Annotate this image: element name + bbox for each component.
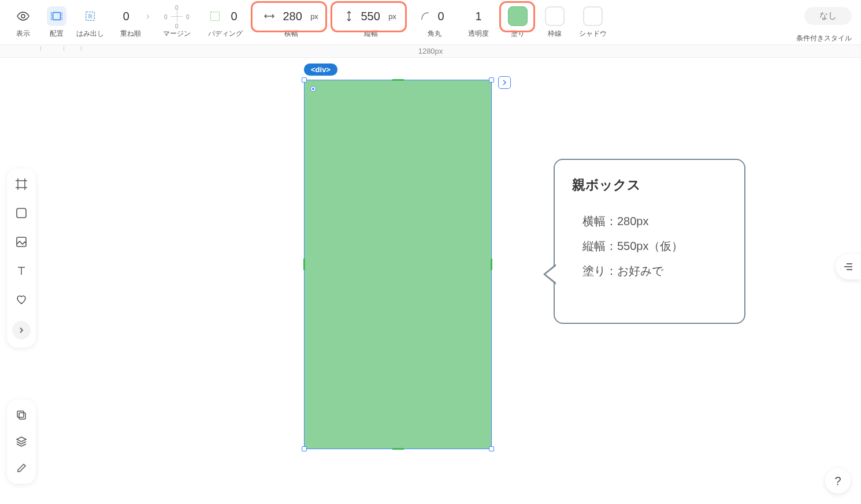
overflow-label: はみ出し <box>76 29 104 39</box>
fill-label: 塗り <box>511 29 525 39</box>
height-group: 550 px 縦幅 <box>334 5 408 39</box>
layout-group: 配置 <box>43 5 70 39</box>
height-label: 縦幅 <box>364 29 378 39</box>
resize-handle-se[interactable] <box>489 446 494 451</box>
menu-icon <box>843 263 853 271</box>
callout-line-2: 縦幅：550px（仮） <box>572 238 727 254</box>
display-label: 表示 <box>16 29 30 39</box>
resize-handle-nw[interactable] <box>302 77 307 83</box>
shadow-label: シャドウ <box>579 29 607 39</box>
svg-rect-13 <box>17 208 26 218</box>
insert-after-button[interactable] <box>498 76 511 89</box>
annotation-callout: 親ボックス 横幅：280px 縦幅：550px（仮） 塗り：お好みで <box>554 159 745 324</box>
property-toolbar: 表示 配置 はみ出し 0 › 重ね順 0 0 0 0 <box>0 0 861 45</box>
margin-group: 0 0 0 0 マージン <box>157 5 196 39</box>
help-button[interactable]: ? <box>825 468 851 494</box>
svg-rect-18 <box>17 411 24 417</box>
right-panel-toggle[interactable] <box>836 254 861 279</box>
layers-tool-icon[interactable] <box>14 434 29 449</box>
text-tool-icon[interactable] <box>14 263 29 278</box>
height-icon <box>346 11 352 21</box>
shadow-group: シャドウ <box>576 5 610 39</box>
border-group: 枠線 <box>540 5 570 39</box>
edge-right[interactable] <box>491 259 492 270</box>
edge-bottom[interactable] <box>392 448 404 450</box>
side-toolbar <box>7 169 36 348</box>
shadow-swatch[interactable] <box>583 6 603 26</box>
overflow-button[interactable] <box>80 6 100 26</box>
opacity-group: 1 透明度 <box>461 5 496 39</box>
padding-value[interactable]: 0 <box>227 10 242 23</box>
width-icon <box>264 13 274 20</box>
opacity-value[interactable]: 1 <box>470 10 487 23</box>
chevron-right-icon[interactable]: › <box>146 11 149 21</box>
display-group: 表示 <box>9 5 37 39</box>
element-tag-badge[interactable]: <div> <box>304 64 337 76</box>
radius-icon <box>421 12 430 21</box>
fill-swatch[interactable] <box>508 6 528 26</box>
resize-handle-sw[interactable] <box>302 446 307 451</box>
svg-rect-6 <box>211 12 220 21</box>
cond-style-label: 条件付きスタイル <box>796 33 852 43</box>
border-swatch[interactable] <box>545 6 565 26</box>
selected-box[interactable] <box>304 80 492 449</box>
layout-label: 配置 <box>50 29 64 39</box>
callout-line-3: 塗り：お好みで <box>572 263 727 279</box>
svg-rect-5 <box>88 14 92 18</box>
copy-tool-icon[interactable] <box>14 408 29 423</box>
padding-label: パディング <box>208 29 243 39</box>
margin-button[interactable]: 0 0 0 0 <box>163 6 191 27</box>
radius-label: 角丸 <box>428 29 441 39</box>
cond-style-button[interactable]: なし <box>804 7 852 25</box>
layout-button[interactable] <box>47 6 66 26</box>
svg-rect-17 <box>19 413 25 419</box>
width-label: 横幅 <box>284 29 298 39</box>
margin-label: マージン <box>163 29 191 39</box>
radius-group: 0 角丸 <box>414 5 455 39</box>
callout-line-1: 横幅：280px <box>572 214 727 229</box>
svg-point-0 <box>21 14 25 18</box>
svg-marker-19 <box>17 437 26 442</box>
display-button[interactable] <box>13 6 33 26</box>
canvas[interactable]: <div> 親ボックス 横幅：280px 縦幅：550px（仮） 塗り：お好みで <box>0 58 861 504</box>
callout-title: 親ボックス <box>572 176 727 194</box>
ruler-width-label: 1280px <box>418 47 443 55</box>
edge-top[interactable] <box>392 79 404 81</box>
edit-tool-icon[interactable] <box>14 461 29 476</box>
image-tool-icon[interactable] <box>14 234 29 249</box>
padding-group: 0 パディング <box>202 5 248 39</box>
width-group: 280 px 横幅 <box>254 5 328 39</box>
ruler: 1280px <box>0 45 861 58</box>
heart-tool-icon[interactable] <box>14 292 29 307</box>
height-value[interactable]: 550 <box>356 10 385 23</box>
border-label: 枠線 <box>548 29 562 39</box>
opacity-label: 透明度 <box>468 29 489 39</box>
width-value[interactable]: 280 <box>278 10 307 23</box>
callout-arrow-icon <box>543 264 556 285</box>
height-unit[interactable]: px <box>388 12 396 21</box>
expand-tool-icon[interactable] <box>12 321 31 339</box>
rect-tool-icon[interactable] <box>14 206 29 221</box>
origin-marker[interactable] <box>310 86 316 92</box>
side-toolbar-2 <box>7 400 36 484</box>
frame-tool-icon[interactable] <box>14 177 29 192</box>
overflow-group: はみ出し <box>76 5 104 39</box>
zindex-group: 0 › 重ね順 <box>110 5 151 39</box>
width-unit[interactable]: px <box>310 12 318 21</box>
fill-group: 塗り <box>502 5 534 39</box>
padding-icon <box>209 10 221 22</box>
zindex-value[interactable]: 0 <box>112 10 140 23</box>
zindex-label: 重ね順 <box>120 29 141 39</box>
edge-left[interactable] <box>303 259 305 270</box>
svg-rect-1 <box>53 13 61 20</box>
help-icon: ? <box>834 475 841 488</box>
radius-value[interactable]: 0 <box>433 10 448 23</box>
resize-handle-ne[interactable] <box>489 77 494 83</box>
